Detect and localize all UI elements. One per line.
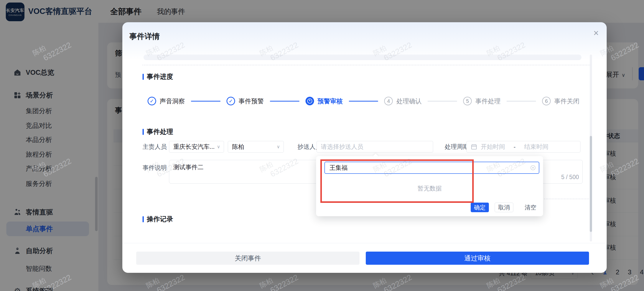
- clear-button[interactable]: 清空: [523, 203, 538, 212]
- step-event-handle: 5 事件处理: [463, 97, 500, 105]
- step-event-close: 6 事件关闭: [542, 97, 579, 105]
- app: 长安汽车 CHANGAN VOC客情直驱平台 全部事件 我的事件 VOC总览 场…: [0, 0, 644, 291]
- section-accent-bar: [143, 216, 144, 222]
- step-check-icon: ✓: [227, 97, 235, 105]
- cc-search-input[interactable]: [324, 162, 539, 174]
- clipped-content-strip: [144, 55, 581, 60]
- cc-input[interactable]: [317, 141, 433, 153]
- step-connector: [349, 101, 378, 102]
- step-connector: [191, 101, 220, 102]
- date-range-picker[interactable]: 开始时间 - 结束时间: [466, 141, 580, 153]
- owner-org-select[interactable]: 重庆长安汽车... ∨: [169, 141, 224, 153]
- section-divider-dashed: [544, 199, 592, 199]
- step-clock-icon: [305, 97, 314, 105]
- modal-title: 事件详情: [129, 31, 160, 42]
- step-event-warning: ✓ 事件预警: [227, 97, 264, 105]
- end-time-placeholder: 结束时间: [524, 143, 548, 151]
- cycle-label: 处理周期: [445, 141, 469, 153]
- desc-label: 事件说明: [143, 162, 167, 174]
- step-voice-insight: ✓ 声音洞察: [148, 97, 185, 105]
- cancel-button[interactable]: 取消: [495, 203, 513, 212]
- step-check-icon: ✓: [148, 97, 156, 105]
- section-accent-bar: [143, 74, 144, 80]
- calendar-icon: [471, 143, 477, 150]
- clear-input-icon[interactable]: [530, 165, 536, 171]
- approve-review-button[interactable]: 通过审核: [366, 252, 589, 265]
- owner-label: 主责人员: [143, 141, 167, 153]
- section-event-progress: 事件进度: [143, 72, 173, 81]
- step-number: 6: [542, 97, 551, 105]
- progress-steps: ✓ 声音洞察 ✓ 事件预警 预警审核 4 处理确认 5 事件处理: [148, 94, 579, 108]
- section-accent-bar: [143, 129, 144, 135]
- step-warning-review: 预警审核: [305, 97, 343, 105]
- step-connector: [507, 101, 536, 102]
- section-operation-record: 操作记录: [143, 215, 173, 224]
- owner-person-select[interactable]: 陈柏 ∨: [228, 141, 284, 153]
- step-number: 5: [463, 97, 472, 105]
- step-handle-confirm: 4 处理确认: [384, 97, 422, 105]
- start-time-placeholder: 开始时间: [481, 143, 505, 151]
- cc-select-dropdown: 暂无数据 确定 取消 清空: [316, 156, 543, 216]
- modal-scrollbar-thumb[interactable]: [590, 136, 592, 232]
- step-number: 4: [384, 97, 393, 105]
- step-connector: [270, 101, 299, 102]
- section-divider-dashed: [143, 65, 592, 65]
- chevron-down-icon: ∨: [217, 141, 220, 152]
- footer-divider: [122, 243, 607, 243]
- close-icon[interactable]: ×: [591, 28, 602, 39]
- confirm-button[interactable]: 确定: [471, 203, 489, 212]
- section-event-handle: 事件处理: [143, 127, 173, 136]
- step-connector: [428, 101, 457, 102]
- dropdown-arrow: [373, 154, 379, 159]
- close-event-button[interactable]: 关闭事件: [136, 252, 359, 265]
- empty-data-text: 暂无数据: [316, 184, 543, 192]
- chevron-down-icon: ∨: [277, 141, 280, 152]
- event-detail-modal: 事件详情 × 事件进度 ✓ 声音洞察 ✓ 事件预警 预警审核: [122, 22, 607, 273]
